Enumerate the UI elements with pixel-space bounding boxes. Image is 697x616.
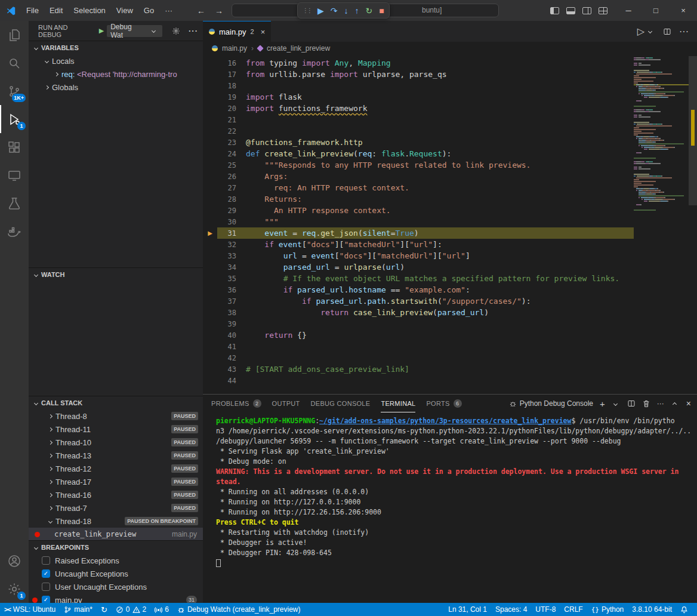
close-window-button[interactable]: ×	[670, 0, 697, 21]
tab-main-py[interactable]: main.py 2 ×	[203, 21, 271, 42]
callstack-thread[interactable]: Thread-13PAUSED	[29, 449, 203, 462]
menu-edit[interactable]: Edit	[44, 4, 68, 17]
language-mode[interactable]: {} Python	[587, 603, 628, 616]
stack-frame[interactable]: create_link_previewmain.py	[29, 528, 203, 540]
menu-[interactable]: ···	[159, 4, 178, 17]
breakpoint-checkbox[interactable]: ✓	[42, 596, 50, 603]
code-line[interactable]: 20import functions_framework	[203, 103, 634, 114]
sidebar-item-run-and-debug[interactable]: 1	[0, 105, 29, 133]
breadcrumb-symbol[interactable]: create_link_preview	[267, 44, 330, 53]
code-line[interactable]: 23@functions_framework.http	[203, 137, 634, 148]
breakpoint-row[interactable]: Raised Exceptions	[29, 554, 203, 567]
cursor-position[interactable]: Ln 31, Col 1	[444, 603, 491, 616]
toggle-secondary-sidebar-button[interactable]	[582, 7, 591, 14]
restart-button[interactable]: ↻	[366, 7, 373, 15]
code-line[interactable]: 30 """	[203, 216, 634, 227]
panel-tab-ports[interactable]: PORTS6	[426, 395, 461, 412]
code-line[interactable]: 41	[203, 341, 634, 352]
code-line[interactable]: 38 return case_link_preview(parsed_url)	[203, 307, 634, 318]
sync-button[interactable]: ↻	[97, 603, 112, 616]
panel-tab-terminal[interactable]: TERMINAL	[381, 395, 415, 412]
breakpoint-gutter[interactable]	[203, 239, 217, 250]
code-line[interactable]: 42	[203, 352, 634, 364]
code-line[interactable]: 24def create_link_preview(req: flask.Req…	[203, 148, 634, 159]
code-line[interactable]: 35 # If the event object URL matches a s…	[203, 273, 634, 284]
code-line[interactable]: 16from typing import Any, Mapping	[203, 57, 634, 69]
breakpoints-section-header[interactable]: BREAKPOINTS	[29, 541, 203, 554]
code-line[interactable]: 17from urllib.parse import urlparse, par…	[203, 69, 634, 80]
code-line[interactable]: 26 Args:	[203, 171, 634, 182]
split-terminal-button[interactable]	[627, 399, 636, 408]
code-line[interactable]: 28 Returns:	[203, 193, 634, 205]
callstack-thread[interactable]: Thread-7PAUSED	[29, 501, 203, 515]
code-line[interactable]: ▶31 event = req.get_json(silent=True)	[203, 227, 634, 239]
debug-config-dropdown[interactable]: Debug Wat	[107, 25, 162, 37]
maximize-button[interactable]: □	[642, 0, 670, 21]
maximize-panel-icon[interactable]	[673, 402, 677, 406]
terminal-profile[interactable]: Python Debug Console	[509, 399, 593, 408]
editor-more-actions[interactable]: ···	[679, 26, 689, 37]
menu-file[interactable]: File	[21, 4, 44, 17]
breakpoint-gutter[interactable]	[203, 171, 217, 182]
breakpoint-gutter[interactable]	[203, 80, 217, 91]
minimize-button[interactable]: ─	[615, 0, 642, 21]
views-more-actions[interactable]: ···	[189, 26, 198, 35]
breakpoint-gutter[interactable]	[203, 261, 217, 273]
code-line[interactable]: 21	[203, 114, 634, 125]
breakpoint-gutter[interactable]	[203, 364, 217, 375]
kill-terminal-button[interactable]	[642, 399, 650, 408]
sidebar-item-explorer[interactable]	[0, 21, 29, 49]
menu-selection[interactable]: Selection	[68, 4, 110, 17]
breakpoint-gutter[interactable]	[203, 273, 217, 284]
encoding[interactable]: UTF-8	[531, 603, 560, 616]
callstack-thread[interactable]: Thread-16PAUSED	[29, 488, 203, 501]
code-line[interactable]: 25 """Responds to any HTTP request relat…	[203, 159, 634, 171]
remote-indicator[interactable]: >< WSL: Ubuntu	[0, 603, 60, 616]
breakpoint-gutter[interactable]	[203, 57, 217, 69]
step-out-button[interactable]: ↑	[355, 7, 359, 15]
breakpoint-gutter[interactable]	[203, 148, 217, 159]
terminal-output[interactable]: pierrick@LAPTOP-HKU5PNNG:~/git/add-ons-s…	[203, 412, 697, 603]
toggle-sidebar-button[interactable]	[550, 7, 559, 14]
variable-row[interactable]: req: <Request 'http://charming-tro	[29, 67, 203, 81]
settings-button[interactable]: 1	[0, 575, 29, 603]
menu-go[interactable]: Go	[138, 4, 159, 17]
breakpoint-gutter[interactable]	[203, 205, 217, 216]
breakpoint-gutter[interactable]	[203, 329, 217, 341]
terminal-profile-dropdown-icon[interactable]	[613, 401, 618, 405]
panel-more-actions[interactable]: ···	[657, 399, 664, 408]
drag-grip-icon[interactable]: ⋮⋮	[303, 7, 311, 14]
panel-tab-debug-console[interactable]: DEBUG CONSOLE	[311, 395, 371, 412]
code-line[interactable]: 33 url = event["docs"]["matchedUrl"]["ur…	[203, 250, 634, 261]
eol-sequence[interactable]: CRLF	[560, 603, 587, 616]
variable-row[interactable]: Locals	[29, 54, 203, 67]
breakpoint-gutter[interactable]	[203, 307, 217, 318]
breakpoint-gutter[interactable]: ▶	[203, 227, 217, 239]
breadcrumb-file[interactable]: main.py	[222, 44, 247, 53]
indentation[interactable]: Spaces: 4	[491, 603, 531, 616]
minimap[interactable]	[634, 57, 689, 394]
problems-status[interactable]: 0 2	[112, 603, 150, 616]
go-back-button[interactable]: ←	[197, 6, 205, 16]
breakpoint-gutter[interactable]	[203, 375, 217, 386]
sidebar-item-remote-explorer[interactable]	[0, 161, 29, 189]
run-python-file-button[interactable]: ▷	[637, 26, 655, 37]
call-stack-section-header[interactable]: CALL STACK	[29, 396, 203, 409]
code-line[interactable]: 18	[203, 80, 634, 91]
breakpoint-gutter[interactable]	[203, 125, 217, 137]
step-over-button[interactable]: ↷	[331, 7, 338, 15]
code-line[interactable]: 19import flask	[203, 91, 634, 103]
code-editor[interactable]: 16from typing import Any, Mapping17from …	[203, 55, 697, 394]
close-tab-icon[interactable]: ×	[261, 27, 266, 36]
sidebar-item-search[interactable]	[0, 49, 29, 77]
breakpoint-gutter[interactable]	[203, 137, 217, 148]
breakpoint-row[interactable]: ✓main.py31	[29, 593, 203, 603]
ports-status[interactable]: 6	[150, 603, 173, 616]
new-terminal-button[interactable]: +	[600, 399, 605, 409]
debug-status[interactable]: Debug Watch (create_link_preview)	[173, 603, 305, 616]
step-into-button[interactable]: ↓	[344, 7, 348, 15]
notifications-bell[interactable]	[676, 603, 692, 616]
toggle-panel-button[interactable]	[566, 7, 575, 14]
callstack-thread[interactable]: Thread-12PAUSED	[29, 462, 203, 475]
code-line[interactable]: 37 if parsed_url.path.startswith("/suppo…	[203, 295, 634, 307]
